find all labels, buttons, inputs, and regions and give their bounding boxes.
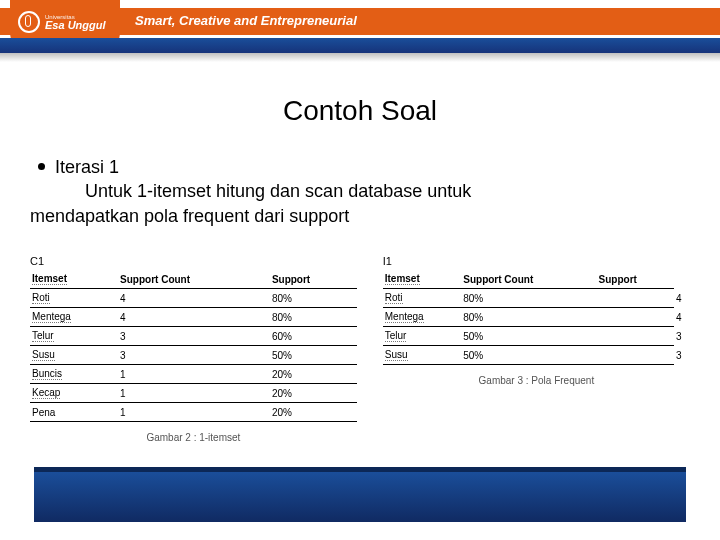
td: Susu bbox=[385, 349, 408, 361]
table-c1-caption: Gambar 2 : 1-itemset bbox=[30, 432, 357, 443]
table-row: Roti 4 80% bbox=[30, 289, 357, 308]
table-i1-box: I1 Itemset Support Count Support Roti 80… bbox=[383, 255, 690, 443]
table-i1-label: I1 bbox=[383, 255, 690, 267]
th: Itemset bbox=[385, 273, 420, 285]
footer-blue-band bbox=[34, 467, 686, 522]
th: Support bbox=[597, 270, 674, 289]
td bbox=[597, 346, 674, 365]
td: Mentega bbox=[32, 311, 71, 323]
td: 80% bbox=[461, 308, 596, 327]
table-row: Pena 1 20% bbox=[30, 403, 357, 422]
td: 80% bbox=[461, 289, 596, 308]
table-row: Telur 50% 3 bbox=[383, 327, 690, 346]
th: Itemset bbox=[32, 273, 67, 285]
td: 50% bbox=[461, 346, 596, 365]
tables-area: C1 Itemset Support Count Support Roti 4 … bbox=[30, 255, 690, 443]
table-c1: Itemset Support Count Support Roti 4 80%… bbox=[30, 270, 357, 422]
td: Mentega bbox=[385, 311, 424, 323]
td: 1 bbox=[118, 384, 270, 403]
td: 20% bbox=[270, 384, 357, 403]
td: Buncis bbox=[32, 368, 62, 380]
td bbox=[597, 327, 674, 346]
td: Telur bbox=[32, 330, 54, 342]
tagline: Smart, Creative and Entrepreneurial bbox=[135, 13, 357, 28]
table-row: Susu 50% 3 bbox=[383, 346, 690, 365]
td: Pena bbox=[30, 403, 118, 422]
logo-small: Universitas bbox=[45, 14, 106, 20]
table-row: Mentega 4 80% bbox=[30, 308, 357, 327]
td: 1 bbox=[118, 403, 270, 422]
td: 3 bbox=[118, 327, 270, 346]
body-text: Iterasi 1 Untuk 1-itemset hitung dan sca… bbox=[30, 155, 690, 228]
table-c1-box: C1 Itemset Support Count Support Roti 4 … bbox=[30, 255, 357, 443]
td: 20% bbox=[270, 403, 357, 422]
td: Roti bbox=[385, 292, 403, 304]
td: 1 bbox=[118, 365, 270, 384]
bullet-1-text: Iterasi 1 bbox=[55, 157, 119, 177]
bullet-1-line2: Untuk 1-itemset hitung dan scan database… bbox=[85, 179, 690, 203]
table-i1-caption: Gambar 3 : Pola Frequent bbox=[383, 375, 690, 386]
td: 50% bbox=[461, 327, 596, 346]
td: Susu bbox=[32, 349, 55, 361]
logo-text: Universitas Esa Unggul bbox=[45, 14, 106, 31]
th: Support bbox=[270, 270, 357, 289]
td: Roti bbox=[32, 292, 50, 304]
td: 4 bbox=[118, 308, 270, 327]
logo-name: Esa Unggul bbox=[45, 19, 106, 31]
td: Telur bbox=[385, 330, 407, 342]
td: 4 bbox=[674, 289, 690, 308]
table-row: Kecap 1 20% bbox=[30, 384, 357, 403]
slide-title: Contoh Soal bbox=[0, 95, 720, 127]
table-row: Mentega 80% 4 bbox=[383, 308, 690, 327]
td: 3 bbox=[118, 346, 270, 365]
td: 20% bbox=[270, 365, 357, 384]
td: 80% bbox=[270, 289, 357, 308]
td: 3 bbox=[674, 327, 690, 346]
table-row: Buncis 1 20% bbox=[30, 365, 357, 384]
th: Support Count bbox=[118, 270, 270, 289]
header-blue-band bbox=[0, 38, 720, 53]
table-row: Itemset Support Count Support bbox=[30, 270, 357, 289]
td: 4 bbox=[674, 308, 690, 327]
td: 60% bbox=[270, 327, 357, 346]
table-row: Susu 3 50% bbox=[30, 346, 357, 365]
td: 50% bbox=[270, 346, 357, 365]
table-i1: Itemset Support Count Support Roti 80% 4… bbox=[383, 270, 690, 365]
header-shadow bbox=[0, 53, 720, 62]
td bbox=[597, 308, 674, 327]
logo-mark bbox=[18, 11, 40, 33]
bullet-1-line3: mendapatkan pola frequent dari support bbox=[30, 204, 690, 228]
table-row: Telur 3 60% bbox=[30, 327, 357, 346]
th bbox=[674, 270, 690, 289]
table-row: Itemset Support Count Support bbox=[383, 270, 690, 289]
td bbox=[597, 289, 674, 308]
table-row: Roti 80% 4 bbox=[383, 289, 690, 308]
td: Kecap bbox=[32, 387, 60, 399]
bullet-dot-icon bbox=[38, 163, 45, 170]
td: 4 bbox=[118, 289, 270, 308]
td: 3 bbox=[674, 346, 690, 365]
th: Support Count bbox=[461, 270, 596, 289]
table-c1-label: C1 bbox=[30, 255, 357, 267]
td: 80% bbox=[270, 308, 357, 327]
bullet-1: Iterasi 1 bbox=[30, 155, 690, 179]
